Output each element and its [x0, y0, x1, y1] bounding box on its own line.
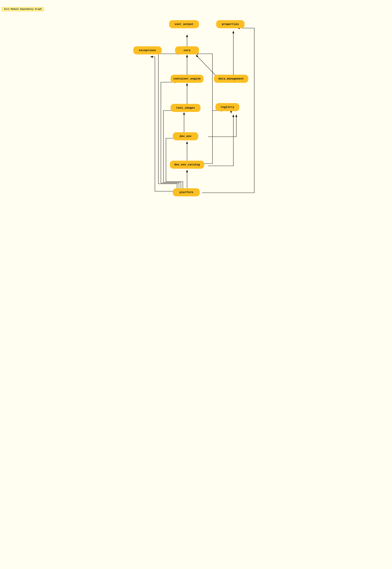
graph-title: Core Module Dependency Graph: [2, 7, 44, 11]
graph-area: user_output properties exceptions core c…: [129, 6, 263, 203]
node-container-engine: container_engine: [171, 75, 203, 83]
node-core: core: [175, 46, 199, 54]
node-registry: registry: [215, 103, 239, 111]
node-data-management: data_management: [214, 75, 248, 83]
node-tool-images: tool_images: [171, 104, 200, 112]
node-dev-env-catalog: dev_env_catalog: [170, 161, 204, 169]
node-user-output: user_output: [169, 20, 199, 28]
node-dev-env: dev_env: [173, 132, 198, 140]
node-exceptions: exceptions: [133, 46, 162, 54]
node-platform: platform: [173, 188, 200, 196]
node-properties: properties: [216, 20, 245, 28]
page-container: Core Module Dependency Graph: [0, 6, 392, 569]
